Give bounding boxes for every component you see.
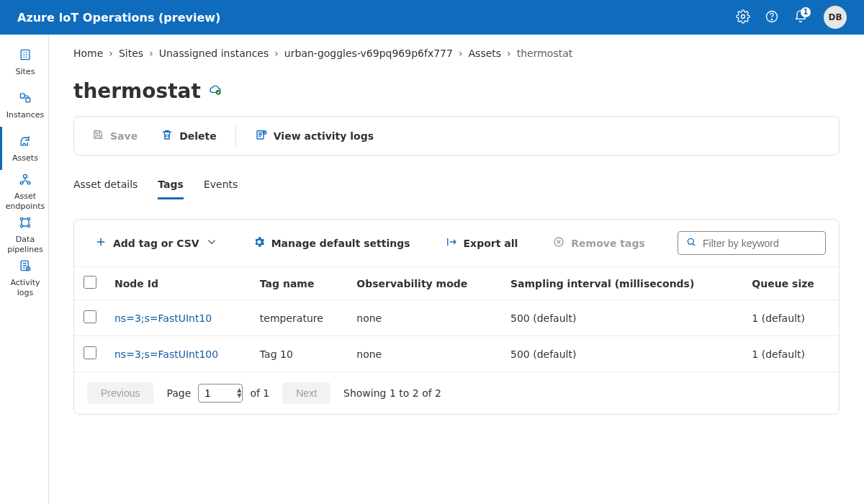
manage-default-settings-label: Manage default settings xyxy=(271,238,410,249)
pagination: Previous Page ▲ ▼ of 1 Next Showing 1 to… xyxy=(74,372,839,414)
table-row: ns=3;s=FastUInt100 Tag 10 none 500 (defa… xyxy=(74,336,839,372)
sidebar-item-sites[interactable]: Sites xyxy=(0,40,48,84)
chevron-right-icon: › xyxy=(109,48,113,59)
remove-tags-label: Remove tags xyxy=(571,238,644,249)
gear-icon xyxy=(736,9,750,26)
svg-point-19 xyxy=(688,238,693,244)
svg-rect-3 xyxy=(21,50,30,59)
filter-box[interactable] xyxy=(678,231,826,255)
breadcrumb-current: thermostat xyxy=(517,48,573,59)
svg-point-9 xyxy=(20,218,22,220)
breadcrumb-unassigned[interactable]: Unassigned instances xyxy=(159,48,269,59)
add-tag-label: Add tag or CSV xyxy=(113,238,199,249)
breadcrumb-home[interactable]: Home xyxy=(73,48,103,59)
data-pipelines-icon xyxy=(18,215,32,232)
breadcrumb-assets[interactable]: Assets xyxy=(469,48,502,59)
instances-icon xyxy=(18,91,32,107)
cell-observability: none xyxy=(348,336,502,372)
col-tag-name[interactable]: Tag name xyxy=(251,267,348,300)
chevron-right-icon: › xyxy=(507,48,511,59)
cell-sampling: 500 (default) xyxy=(502,336,743,372)
row-checkbox[interactable] xyxy=(84,346,96,359)
export-all-button[interactable]: Export all xyxy=(438,231,526,255)
delete-label: Delete xyxy=(179,130,217,142)
help-button[interactable] xyxy=(760,6,783,29)
sidebar-item-label: Assets xyxy=(12,153,38,163)
page-spin-down[interactable]: ▼ xyxy=(237,393,241,399)
chevron-right-icon: › xyxy=(274,48,279,59)
page-label: Page xyxy=(166,387,191,399)
add-tag-button[interactable]: Add tag or CSV xyxy=(87,231,225,255)
svg-rect-5 xyxy=(26,98,30,102)
top-bar: Azure IoT Operations (preview) 1 DB xyxy=(0,0,864,35)
product-title: Azure IoT Operations (preview) xyxy=(17,11,220,24)
svg-point-11 xyxy=(20,225,22,228)
remove-tags-button: Remove tags xyxy=(545,231,652,255)
cell-queue: 1 (default) xyxy=(743,300,839,336)
notification-badge: 1 xyxy=(801,7,811,17)
tags-toolbar: Add tag or CSV Manage default settings E… xyxy=(74,220,839,266)
col-observability-mode[interactable]: Observability mode xyxy=(348,267,502,300)
tabs: Asset details Tags Events xyxy=(73,173,840,200)
svg-point-12 xyxy=(27,225,30,228)
sidebar-item-instances[interactable]: Instances xyxy=(0,84,48,127)
sidebar-item-label: Activity logs xyxy=(5,278,45,297)
notifications-button[interactable]: 1 xyxy=(789,6,812,29)
breadcrumb-instance[interactable]: urban-goggles-v69pq969p6fx777 xyxy=(284,48,453,59)
page-title: thermostat xyxy=(73,79,201,103)
sidebar-item-label: Sites xyxy=(16,67,35,76)
col-sampling-interval[interactable]: Sampling interval (milliseconds) xyxy=(502,267,743,300)
tab-asset-details[interactable]: Asset details xyxy=(73,173,138,199)
remove-icon xyxy=(552,235,565,251)
select-all-checkbox[interactable] xyxy=(84,276,96,289)
node-id-link[interactable]: ns=3;s=FastUInt100 xyxy=(114,348,218,360)
breadcrumb: Home › Sites › Unassigned instances › ur… xyxy=(73,48,840,59)
cell-tag-name: temperature xyxy=(251,300,348,336)
manage-default-settings-button[interactable]: Manage default settings xyxy=(246,231,418,255)
page-number-input[interactable] xyxy=(198,384,243,402)
toolbar-divider xyxy=(235,126,236,146)
filter-input[interactable] xyxy=(703,238,829,249)
sidebar-item-asset-endpoints[interactable]: Asset endpoints xyxy=(0,170,48,213)
svg-point-6 xyxy=(24,175,27,179)
cell-tag-name: Tag 10 xyxy=(251,336,348,372)
asset-endpoints-icon xyxy=(18,172,32,189)
svg-rect-4 xyxy=(20,94,24,98)
sidebar-item-assets[interactable]: Assets xyxy=(0,127,48,170)
settings-button[interactable] xyxy=(732,6,755,29)
showing-text: Showing 1 to 2 of 2 xyxy=(343,387,441,399)
table-row: ns=3;s=FastUInt10 temperature none 500 (… xyxy=(74,300,839,336)
sidebar-item-label: Instances xyxy=(6,110,45,120)
delete-button[interactable]: Delete xyxy=(150,124,227,148)
tab-tags[interactable]: Tags xyxy=(158,173,184,199)
tab-events[interactable]: Events xyxy=(204,173,238,199)
sites-icon xyxy=(18,48,32,64)
row-checkbox[interactable] xyxy=(84,310,96,323)
save-button: Save xyxy=(81,124,148,148)
export-icon xyxy=(445,235,458,251)
col-queue-size[interactable]: Queue size xyxy=(743,267,839,300)
chevron-right-icon: › xyxy=(459,48,463,59)
search-icon xyxy=(685,236,697,250)
save-icon xyxy=(91,128,104,143)
breadcrumb-sites[interactable]: Sites xyxy=(119,48,143,59)
previous-button: Previous xyxy=(87,382,153,404)
view-activity-logs-label: View activity logs xyxy=(274,130,374,142)
view-activity-logs-button[interactable]: View activity logs xyxy=(245,124,384,148)
cell-observability: none xyxy=(348,300,502,336)
sidebar-item-label: Asset endpoints xyxy=(5,192,45,210)
cloud-sync-ok-icon xyxy=(208,83,222,99)
activity-logs-icon xyxy=(18,258,32,275)
asset-toolbar: Save Delete View activity logs xyxy=(73,116,840,156)
node-id-link[interactable]: ns=3;s=FastUInt10 xyxy=(114,312,212,324)
sidebar-item-activity-logs[interactable]: Activity logs xyxy=(0,256,48,300)
page-of-text: of 1 xyxy=(250,387,269,399)
content-area: Home › Sites › Unassigned instances › ur… xyxy=(49,35,864,504)
col-node-id[interactable]: Node Id xyxy=(106,267,251,300)
avatar[interactable]: DB xyxy=(824,6,847,29)
sidebar-item-data-pipelines[interactable]: Data pipelines xyxy=(0,213,48,256)
chevron-down-icon xyxy=(205,235,218,251)
activity-log-icon xyxy=(255,128,268,143)
help-icon xyxy=(765,9,779,26)
svg-point-2 xyxy=(771,19,772,19)
